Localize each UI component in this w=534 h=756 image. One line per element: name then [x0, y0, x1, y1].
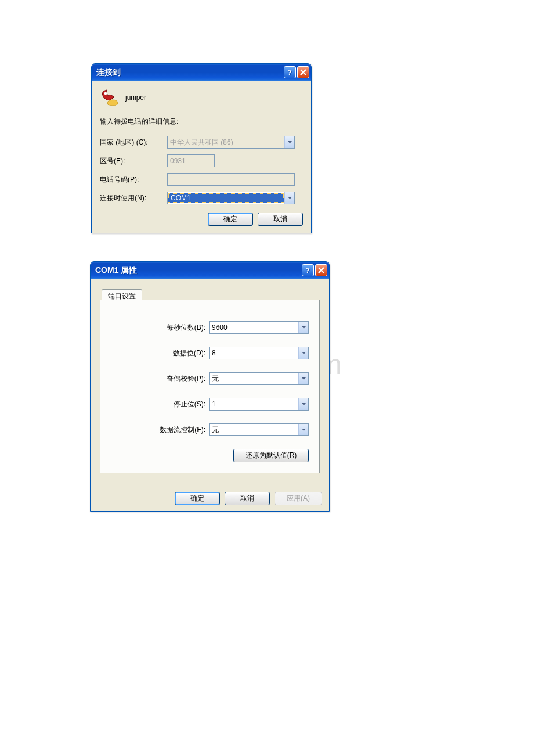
chevron-down-icon[interactable]: [298, 373, 308, 384]
connect-using-label: 连接时使用(N):: [100, 193, 167, 203]
svg-text:?: ?: [306, 267, 310, 274]
flow-control-select[interactable]: 无: [209, 423, 309, 436]
help-button[interactable]: ?: [302, 264, 314, 276]
svg-point-1: [107, 100, 118, 106]
data-bits-label: 数据位(D):: [122, 348, 209, 358]
com1-properties-dialog: COM1 属性 ? 端口设置 每秒位数(B): 9600 数据位(D): 8: [90, 261, 330, 512]
country-value: 中华人民共和国 (86): [168, 136, 284, 149]
phone-number-label: 电话号码(P):: [100, 175, 167, 185]
chevron-down-icon[interactable]: [298, 424, 308, 435]
parity-select[interactable]: 无: [209, 372, 309, 385]
port-settings-panel: 端口设置 每秒位数(B): 9600 数据位(D): 8 奇偶校验(P): 无: [100, 300, 320, 473]
baud-rate-select[interactable]: 9600: [209, 321, 309, 334]
help-button[interactable]: ?: [284, 66, 296, 78]
help-icon: ?: [305, 267, 311, 274]
titlebar[interactable]: 连接到 ?: [92, 64, 311, 81]
connection-name: juniper: [125, 93, 146, 102]
chevron-down-icon[interactable]: [298, 398, 308, 410]
data-bits-select[interactable]: 8: [209, 347, 309, 359]
area-code-input: [167, 154, 215, 167]
stop-bits-select[interactable]: 1: [209, 398, 309, 411]
connect-using-value: COM1: [168, 193, 284, 203]
parity-label: 奇偶校验(P):: [122, 374, 209, 384]
chevron-down-icon[interactable]: [298, 347, 308, 359]
restore-defaults-button[interactable]: 还原为默认值(R): [233, 449, 309, 462]
cancel-button[interactable]: 取消: [225, 492, 270, 505]
chevron-down-icon[interactable]: [284, 192, 294, 204]
dialog-title: COM1 属性: [95, 265, 301, 276]
ok-button[interactable]: 确定: [175, 492, 220, 505]
close-icon: [300, 69, 306, 75]
parity-value: 无: [210, 373, 298, 385]
svg-rect-2: [104, 92, 107, 95]
connect-using-select[interactable]: COM1: [167, 192, 295, 204]
close-icon: [318, 267, 324, 273]
ok-button[interactable]: 确定: [208, 213, 253, 226]
phone-icon: [100, 89, 120, 106]
titlebar[interactable]: COM1 属性 ?: [91, 262, 329, 279]
flow-control-value: 无: [210, 424, 298, 436]
close-button[interactable]: [297, 66, 309, 78]
svg-text:?: ?: [288, 69, 292, 76]
help-icon: ?: [287, 69, 293, 76]
country-label: 国家 (地区) (C):: [100, 138, 167, 147]
connect-to-dialog: 连接到 ? juniper 输入待拨电话的详细信息: 国家 (地区) (C):: [91, 63, 312, 233]
cancel-button[interactable]: 取消: [258, 213, 303, 226]
flow-control-label: 数据流控制(F):: [122, 425, 209, 435]
tab-port-settings[interactable]: 端口设置: [102, 289, 142, 301]
instruction-text: 输入待拨电话的详细信息:: [100, 117, 303, 127]
country-select: 中华人民共和国 (86): [167, 136, 295, 149]
dialog-title: 连接到: [96, 67, 283, 78]
phone-number-input: [167, 173, 295, 186]
apply-button: 应用(A): [275, 492, 322, 505]
data-bits-value: 8: [210, 348, 298, 358]
close-button[interactable]: [315, 264, 327, 276]
stop-bits-value: 1: [210, 399, 298, 409]
area-code-label: 区号(E):: [100, 156, 167, 166]
chevron-down-icon[interactable]: [298, 322, 308, 333]
baud-rate-label: 每秒位数(B):: [122, 323, 209, 333]
chevron-down-icon: [284, 136, 294, 148]
baud-rate-value: 9600: [210, 322, 298, 333]
stop-bits-label: 停止位(S):: [122, 399, 209, 409]
